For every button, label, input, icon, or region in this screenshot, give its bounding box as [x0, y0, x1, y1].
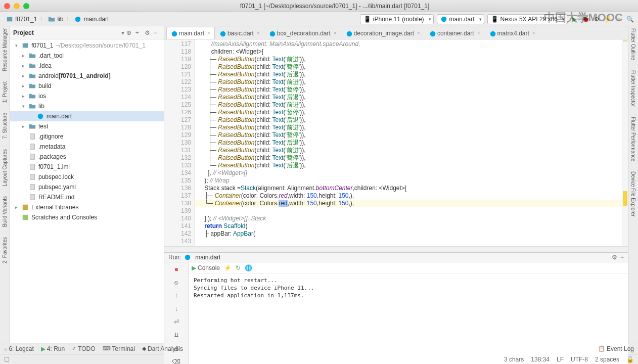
gear-icon[interactable]: ⚙: [145, 29, 152, 36]
console-output[interactable]: Performing hot restart... Syncing files …: [189, 274, 628, 364]
tree-arrow[interactable]: ▾: [20, 104, 26, 109]
breadcrumb-file[interactable]: main.dart: [72, 16, 111, 23]
rail-device-file-explorer[interactable]: Device File Explorer: [630, 171, 636, 216]
breadcrumb-project[interactable]: f0701_1: [4, 16, 39, 23]
wrap-button[interactable]: ⏎: [171, 317, 181, 327]
tree-arrow[interactable]: ▸: [20, 53, 26, 58]
tree-row[interactable]: main.dart: [10, 111, 164, 121]
debug-button[interactable]: 🐞: [581, 15, 589, 23]
status-indent[interactable]: 2 spaces: [595, 356, 619, 363]
console-tab[interactable]: ▶ Console: [192, 264, 220, 271]
tree-row[interactable]: ▸.dart_tool: [10, 51, 164, 61]
editor-tab[interactable]: box_decoration.dart×: [264, 27, 341, 39]
close-icon[interactable]: ×: [417, 30, 420, 36]
project-panel-title[interactable]: Project: [13, 29, 120, 36]
close-icon[interactable]: ×: [477, 30, 480, 36]
search-button[interactable]: 🔍: [626, 15, 634, 23]
tab-run[interactable]: ▶ 4: Run: [41, 345, 65, 352]
rail-resource-manager[interactable]: Resource Manager: [2, 28, 8, 71]
rail-flutter-inspector[interactable]: Flutter Inspector: [630, 70, 636, 107]
gear-icon[interactable]: ⚙: [612, 254, 617, 261]
close-icon[interactable]: ×: [334, 30, 337, 36]
code-area[interactable]: //mainAxisAlignment: MainAxisAlignment.s…: [195, 39, 622, 246]
device-selector[interactable]: 📱 iPhone 11 (mobile): [360, 14, 434, 24]
rail-favorites[interactable]: 2: Favorites: [2, 237, 8, 263]
horizontal-scrollbar[interactable]: [164, 246, 628, 252]
status-encoding[interactable]: UTF-8: [571, 356, 588, 363]
up-button[interactable]: ↑: [171, 291, 181, 301]
run-config-selector[interactable]: main.dart: [437, 14, 484, 24]
target-icon[interactable]: ⊕: [126, 29, 133, 36]
tree-row[interactable]: pubspec.lock: [10, 172, 164, 182]
tree-row[interactable]: ▸External Libraries: [10, 202, 164, 212]
tab-terminal[interactable]: ⌨ Terminal: [103, 345, 135, 352]
restart-icon[interactable]: ↻: [236, 264, 241, 271]
status-line-ending[interactable]: LF: [557, 356, 564, 363]
tree-row[interactable]: ▸.idea: [10, 61, 164, 71]
emulator-selector[interactable]: 📱 Nexus 5X API 29 x86: [487, 14, 567, 24]
tree-row[interactable]: .metadata: [10, 142, 164, 152]
rail-project[interactable]: 1: Project: [2, 81, 8, 103]
tree-arrow[interactable]: ▸: [20, 63, 26, 68]
status-msg-icon[interactable]: ☐: [4, 356, 10, 363]
tree-row[interactable]: ▸build: [10, 81, 164, 91]
tree-arrow[interactable]: ▸: [20, 94, 26, 99]
tree-row[interactable]: .packages: [10, 152, 164, 162]
run-file[interactable]: main.dart: [195, 254, 220, 261]
collapse-icon[interactable]: −: [154, 29, 161, 36]
close-icon[interactable]: ×: [532, 30, 535, 36]
tree-arrow[interactable]: ▸: [20, 83, 26, 88]
tab-event-log[interactable]: 📋 Event Log: [598, 345, 634, 352]
minimize-window-button[interactable]: [14, 3, 20, 9]
run-button[interactable]: ▶: [570, 15, 578, 23]
sort-icon[interactable]: ÷: [135, 29, 143, 36]
attach-debugger-button[interactable]: ⎋: [171, 278, 181, 288]
clear-button[interactable]: ⌫: [171, 356, 181, 364]
open-devtools-icon[interactable]: 🌐: [245, 264, 252, 271]
close-icon[interactable]: ×: [207, 30, 210, 36]
editor-tab[interactable]: basic.dart×: [215, 27, 264, 39]
tree-arrow[interactable]: ▸: [20, 73, 26, 78]
tree-arrow[interactable]: ▸: [13, 205, 19, 210]
tree-row[interactable]: .gitignore: [10, 131, 164, 142]
breadcrumb-folder[interactable]: lib: [46, 16, 65, 23]
hot-reload-icon[interactable]: ⚡: [224, 264, 232, 271]
tree-row[interactable]: ▸android [f0701_1_android]: [10, 71, 164, 81]
stop-button[interactable]: ■: [171, 264, 181, 275]
tree-row[interactable]: f0701_1.iml: [10, 162, 164, 172]
attach-button[interactable]: ⚙: [593, 15, 601, 23]
tree-row[interactable]: ▾f0701_1~/Desktop/lesson/source/f0701_1: [10, 40, 164, 51]
close-icon[interactable]: ×: [257, 30, 260, 36]
tree-row[interactable]: README.md: [10, 192, 164, 202]
status-position[interactable]: 138:34: [531, 356, 550, 363]
overview-ruler[interactable]: [622, 39, 628, 246]
close-window-button[interactable]: [4, 3, 10, 9]
project-tree[interactable]: ▾f0701_1~/Desktop/lesson/source/f0701_1▸…: [10, 39, 164, 343]
editor-tab[interactable]: matrix4.dart×: [485, 27, 540, 39]
rail-layout-captures[interactable]: Layout Captures: [2, 149, 8, 186]
minimize-icon[interactable]: −: [620, 254, 624, 261]
down-button[interactable]: ↓: [171, 304, 181, 314]
hot-reload-button[interactable]: ⚡: [604, 15, 612, 23]
scroll-button[interactable]: ⇊: [171, 330, 181, 340]
rail-flutter-performance[interactable]: Flutter Performance: [630, 117, 636, 161]
rail-flutter-outline[interactable]: Flutter Outline: [630, 28, 636, 60]
tree-row[interactable]: pubspec.yaml: [10, 182, 164, 192]
editor-tab[interactable]: decoration_image.dart×: [341, 27, 425, 39]
tree-row[interactable]: ▾lib: [10, 101, 164, 111]
chevron-down-icon[interactable]: ▾: [121, 29, 124, 36]
tree-row[interactable]: ▸test: [10, 121, 164, 131]
rail-structure[interactable]: 7: Structure: [2, 113, 8, 139]
tab-logcat[interactable]: ≡ 6: Logcat: [4, 345, 34, 352]
tab-todo[interactable]: ✓ TODO: [72, 345, 95, 352]
tree-arrow[interactable]: ▾: [13, 43, 19, 48]
zoom-window-button[interactable]: [23, 3, 29, 9]
rail-build-variants[interactable]: Build Variants: [2, 196, 8, 227]
editor-tab[interactable]: container.dart×: [425, 27, 485, 39]
status-lock-icon[interactable]: 🔓: [626, 356, 634, 363]
stop-button[interactable]: ■: [615, 15, 623, 23]
tree-row[interactable]: ▸ios: [10, 91, 164, 101]
tab-dart-analysis[interactable]: ◆ Dart Analysis: [142, 345, 183, 352]
editor-tab[interactable]: main.dart×: [166, 27, 215, 39]
tree-arrow[interactable]: ▸: [20, 124, 26, 129]
